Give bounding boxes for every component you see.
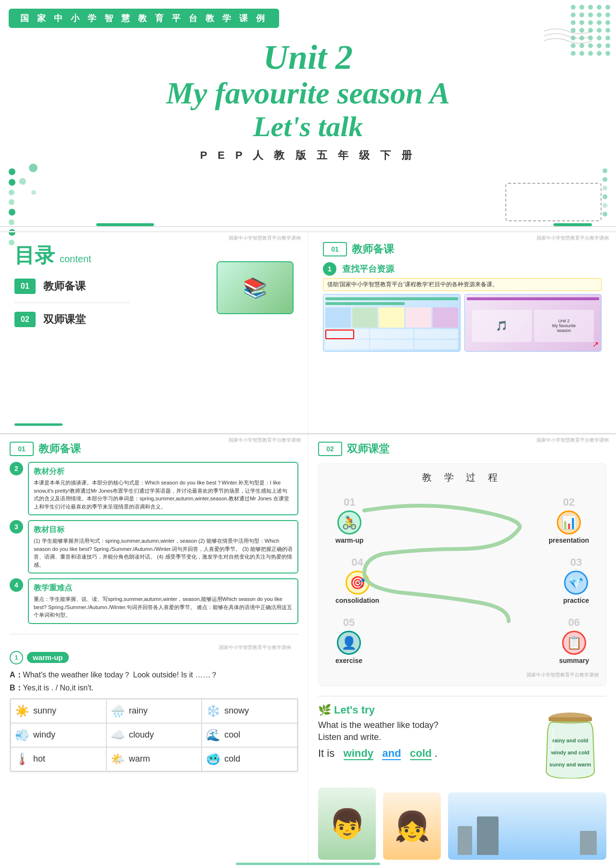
step-exercise: 05 👤 exercise (335, 616, 362, 664)
hot-icon: 🌡️ (15, 752, 29, 766)
step-icon-consolidation: 🎯 (346, 571, 370, 595)
subtitle: P E P 人 教 版 五 年 级 下 册 (0, 148, 616, 163)
toc-green-bar (14, 423, 63, 426)
step-label-summary: summary (559, 657, 589, 664)
step-icon-exercise: 👤 (337, 631, 361, 655)
prep-text-2: 本课是本单元的描谈课。本部分的核心句式是：Which season do you… (34, 479, 293, 510)
weather-cell-rainy: 🌧️ rainy (106, 699, 202, 723)
dialogue-a: A：What's the weather like today？ Look ou… (10, 670, 298, 680)
svg-rect-1 (549, 717, 592, 721)
step-label-consolidation: consolidation (335, 597, 379, 604)
step-label-practice: practice (563, 597, 589, 604)
bottom-green-stripe (236, 863, 380, 865)
toc-num-1: 01 (14, 279, 36, 294)
cold-label: cold (224, 754, 240, 764)
step-practice: 03 💎 practice (563, 556, 589, 604)
section2-badge: 02 (318, 442, 342, 456)
sunny-icon: ☀️ (15, 704, 29, 718)
title-line2: My favourite season A (0, 76, 616, 110)
red-arrow: ↗ (592, 340, 599, 349)
prep-num-3: 3 (10, 520, 23, 534)
title-line1: Unit 2 (0, 38, 616, 76)
process-title: 教 学 过 程 (326, 471, 599, 484)
prep-content-goals: 教材目标 (1) 学生能够掌握并活用句式：spring,summer,autum… (28, 520, 298, 573)
svg-text:rainy and cold: rainy and cold (552, 738, 589, 743)
prep-title-3: 教材目标 (34, 525, 293, 535)
deco-circle-2 (19, 178, 26, 185)
svg-text:sunny and warm: sunny and warm (550, 762, 591, 767)
character-right: 👧 (383, 792, 441, 860)
characters-area: 👦 👧 (318, 788, 606, 860)
screenshots-row: 🎵 Unit 2My favouriteseason ↗ (323, 294, 602, 352)
step-warmup: 01 🚴 warm-up (335, 496, 363, 544)
step-label-exercise: exercise (335, 657, 362, 664)
lets-try-line2: Listen and write. (318, 732, 534, 742)
prep-item-goals: 3 教材目标 (1) 学生能够掌握并活用句式：spring,summer,aut… (10, 520, 298, 573)
step-num-06: 06 (568, 616, 580, 629)
rainy-label: rainy (129, 706, 148, 716)
sub-section-resources: 1 查找平台资源 借助'国家中小学智慧教育平台'课程教学'栏目中的各种资源来备课… (323, 262, 602, 352)
rainy-icon: 🌧️ (111, 704, 125, 718)
curve-arrow-1 (380, 520, 544, 530)
warmup-num: 1 (10, 651, 23, 664)
warmup-header: 1 warm-up (10, 651, 298, 664)
lets-try-line1: What is the weather like today? (318, 720, 534, 730)
watermark-toc: 国家中小学智慧教育平台教学课例 (229, 235, 301, 242)
step-label-presentation: presentation (549, 536, 589, 544)
deco-dotted-rect (505, 183, 602, 221)
main-title-block: Unit 2 My favourite season A Let's talk … (0, 38, 616, 163)
title-line3: Let's talk (0, 111, 616, 142)
bottom-section: 国家中小学智慧教育平台教学课例 目录 content 01 教师备课 02 双师… (0, 231, 616, 433)
snowy-label: snowy (224, 706, 249, 716)
connector-and: and (382, 747, 401, 760)
section2-header: 02 双师课堂 (318, 442, 606, 456)
step-presentation: 02 📊 presentation (549, 496, 589, 544)
step-consolidation: 04 🎯 consolidation (335, 556, 379, 604)
lets-try-content: 🌿 Let's try What is the weather like tod… (318, 704, 606, 780)
blank2-cold: cold (410, 747, 432, 760)
toc-num-2: 02 (14, 312, 36, 327)
step-icon-practice: 💎 (564, 571, 588, 595)
hot-label: hot (33, 754, 45, 764)
weather-cell-cold: 🥶 cold (202, 747, 297, 771)
step-num-05: 05 (343, 616, 355, 629)
step-label-warmup: warm-up (335, 536, 363, 544)
process-flow: 01 🚴 warm-up 02 📊 presentation (326, 491, 599, 669)
watermark-page2-left: 国家中小学智慧教育平台教学课例 (229, 437, 301, 444)
prep-content-analysis: 教材分析 本课是本单元的描谈课。本部分的核心句式是：Which season d… (28, 462, 298, 515)
toc-label-1: 教师备课 (43, 279, 86, 293)
weather-cell-cloudy: ☁️ cloudy (106, 723, 202, 747)
step-num-02: 02 (563, 496, 575, 509)
section1-header-p2: 01 教师备课 (10, 442, 298, 456)
bottom-divider (0, 226, 616, 227)
sunny-label: sunny (33, 706, 56, 716)
cold-icon: 🥶 (206, 752, 220, 766)
sub-title-1: 查找平台资源 (342, 263, 394, 275)
lets-try-line3: It is windy and cold . (318, 747, 534, 760)
prep-content-difficulties: 教学重难点 重点：学生能掌握、说、读、写spring,summer,autumn… (28, 578, 298, 624)
jar-svg: rainy and cold windy and cold sunny and … (539, 704, 602, 778)
weather-cell-hot: 🌡️ hot (11, 747, 106, 771)
svg-text:windy and cold: windy and cold (551, 750, 589, 755)
watermark-warmup: 国家中小学智慧教育平台教学课例 (2, 644, 291, 651)
page2-left-panel: 国家中小学智慧教育平台教学课例 01 教师备课 2 教材分析 本课是本单元的描谈… (0, 434, 308, 779)
cloudy-icon: ☁️ (111, 728, 125, 742)
prep-num-2: 2 (10, 462, 23, 475)
step-num-03: 03 (570, 556, 582, 569)
prep-title-2: 教材分析 (34, 467, 293, 477)
lets-try-title: 🌿 Let's try (318, 704, 534, 716)
watermark-right: 国家中小学智慧教育平台教学课例 (537, 235, 609, 242)
warm-icon: 🌤️ (111, 752, 125, 766)
prep-title-4: 教学重难点 (34, 583, 293, 593)
sub-num-1: 1 (323, 262, 336, 276)
prep-item-analysis: 2 教材分析 本课是本单元的描谈课。本部分的核心句式是：Which season… (10, 462, 298, 515)
red-highlight-1 (325, 330, 354, 339)
weather-cell-warm: 🌤️ warm (106, 747, 202, 771)
cloudy-label: cloudy (129, 730, 154, 740)
weather-cell-windy: 💨 windy (11, 723, 106, 747)
toc-image: 📚 (217, 261, 294, 314)
step-summary: 06 📋 summary (559, 616, 589, 664)
section1-title-p2: 教师备课 (38, 442, 81, 456)
deco-circle-3 (31, 190, 36, 195)
windy-label: windy (33, 730, 55, 740)
